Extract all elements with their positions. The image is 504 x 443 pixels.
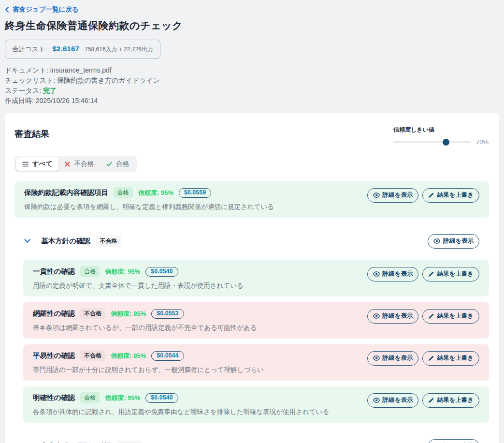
show-details-button[interactable]: 詳細を表示 [367, 309, 419, 324]
group-header-left: 基本方針の確認不合格 [24, 236, 121, 247]
result-title: 一貫性の確認 [33, 267, 75, 276]
override-result-label: 結果を上書き [437, 270, 474, 278]
override-result-label: 結果を上書き [437, 191, 474, 199]
check-icon [106, 162, 112, 167]
pencil-icon [428, 355, 434, 361]
result-description: 各条項が具体的に記載され、用語定義や免責事由など曖昧さを排除した明確な表現が使用… [33, 408, 329, 416]
show-details-button[interactable]: 詳細を表示 [367, 351, 419, 366]
confidence-value: 信頼度: 95% [105, 394, 140, 402]
show-details-button[interactable]: 詳細を表示 [367, 267, 419, 281]
eye-icon [373, 398, 380, 403]
status-badge: 完了 [43, 87, 57, 94]
document-value: insurance_terms.pdf [50, 66, 112, 74]
result-card-body: 一貫性の確認合格信頼度: 95%$0.0540用語の定義が明確で、文書全体で一貫… [33, 266, 244, 290]
result-status-badge: 不合格 [80, 308, 105, 319]
result-group-title: 基本方針の確認 [41, 236, 90, 246]
meta-document: ドキュメント: insurance_terms.pdf [5, 66, 499, 75]
result-group-header: 文章表現の原則の確認不合格詳細を表示 [14, 431, 489, 443]
show-details-button[interactable]: 詳細を表示 [367, 393, 419, 408]
tab-pass-label: 合格 [116, 160, 129, 168]
result-actions: 詳細を表示結果を上書き [367, 309, 479, 324]
show-details-label: 詳細を表示 [383, 270, 413, 278]
override-result-button[interactable]: 結果を上書き [422, 309, 479, 324]
eye-icon [433, 238, 440, 244]
cost-pill: $0.0553 [151, 309, 184, 319]
list-icon [22, 162, 29, 167]
show-details-button[interactable]: 詳細を表示 [428, 439, 479, 443]
override-result-button[interactable]: 結果を上書き [422, 393, 479, 408]
result-card: 平易性の確認不合格信頼度: 85%$0.0544専門用語の一部が十分に説明されて… [23, 344, 489, 381]
result-title: 明確性の確認 [33, 393, 75, 402]
result-title-row: 網羅性の確認不合格信頼度: 85%$0.0553 [33, 308, 257, 319]
tab-pass[interactable]: 合格 [100, 157, 135, 171]
document-label: ドキュメント: [5, 66, 48, 74]
collapse-toggle-button[interactable] [24, 239, 30, 243]
confidence-value: 信頼度: 95% [105, 267, 140, 276]
result-title-row: 保険約款記載内容確認項目合格信頼度: 95%$0.0559 [24, 187, 274, 198]
result-status-badge: 合格 [114, 187, 133, 198]
tab-fail-label: 不合格 [74, 160, 94, 168]
result-card-body: 網羅性の確認不合格信頼度: 85%$0.0553基本条項は網羅されているが、一部… [33, 308, 257, 332]
result-actions: 詳細を表示結果を上書き [367, 393, 479, 408]
tab-all-label: すべて [32, 160, 52, 168]
result-description: 用語の定義が明確で、文書全体で一貫した用語・表現が使用されている [33, 281, 244, 290]
override-result-label: 結果を上書き [437, 396, 474, 404]
result-card-body: 保険約款記載内容確認項目合格信頼度: 95%$0.0559保険約款は必要な条項を… [24, 187, 274, 211]
total-cost-label: 合計コスト: [12, 45, 47, 54]
page-header: 審査ジョブ一覧に戻る 終身生命保険普通保険約款のチェック 合計コスト: $2.6… [0, 0, 504, 105]
meta-checklist: チェックリスト: 保険約款の書き方のガイドライン [5, 76, 499, 85]
result-card: 一貫性の確認合格信頼度: 95%$0.0540用語の定義が明確で、文書全体で一貫… [23, 260, 489, 296]
tab-fail[interactable]: 不合格 [58, 157, 100, 171]
result-status-badge: 不合格 [117, 441, 143, 443]
result-group-header: 基本方針の確認不合格詳細を表示 [14, 226, 489, 255]
review-results-panel: 審査結果 信頼度しきい値 70% すべて 不合格 合格 [5, 113, 499, 443]
back-link[interactable]: 審査ジョブ一覧に戻る [5, 5, 79, 14]
show-details-button[interactable]: 詳細を表示 [428, 234, 479, 249]
created-label: 作成日時: [5, 97, 34, 104]
confidence-threshold-label: 信頼度しきい値 [393, 126, 489, 134]
result-title-row: 一貫性の確認合格信頼度: 95%$0.0540 [33, 266, 244, 277]
override-result-button[interactable]: 結果を上書き [422, 188, 479, 203]
group-actions: 詳細を表示 [428, 234, 479, 249]
result-actions: 詳細を表示結果を上書き [367, 267, 479, 281]
pencil-icon [428, 192, 434, 198]
created-value: 2025/10/26 15:46:14 [36, 97, 98, 104]
eye-icon [373, 271, 380, 277]
back-link-label: 審査ジョブ一覧に戻る [13, 5, 79, 14]
show-details-label: 詳細を表示 [383, 354, 413, 362]
x-icon [65, 162, 70, 167]
total-cost-value: $2.6167 [52, 44, 79, 53]
pencil-icon [428, 271, 434, 277]
confidence-threshold-slider[interactable] [393, 141, 471, 143]
show-details-label: 詳細を表示 [383, 191, 413, 199]
show-details-label: 詳細を表示 [443, 237, 474, 245]
show-details-button[interactable]: 詳細を表示 [367, 188, 419, 203]
panel-header: 審査結果 信頼度しきい値 70% [14, 126, 489, 146]
filter-tabs: すべて 不合格 合格 [14, 156, 137, 172]
override-result-button[interactable]: 結果を上書き [422, 351, 479, 366]
chevron-left-icon [5, 7, 9, 13]
chevron-down-icon [24, 239, 30, 243]
result-title: 保険約款記載内容確認項目 [24, 188, 108, 197]
show-details-label: 詳細を表示 [383, 396, 413, 404]
override-result-button[interactable]: 結果を上書き [422, 267, 479, 281]
page-title: 終身生命保険普通保険約款のチェック [5, 19, 499, 32]
result-description: 基本条項は網羅されているが、一部の用語定義が不完全である可能性がある [33, 324, 257, 332]
meta-created: 作成日時: 2025/10/26 15:46:14 [5, 97, 499, 105]
tab-all[interactable]: すべて [16, 157, 58, 171]
total-cost-tokens: 758,616入力 + 22,726出力 [85, 45, 153, 54]
confidence-threshold: 信頼度しきい値 70% [393, 126, 489, 146]
group-actions: 詳細を表示 [428, 439, 479, 443]
result-status-badge: 不合格 [80, 350, 105, 361]
confidence-value: 信頼度: 85% [111, 310, 146, 318]
pencil-icon [428, 313, 434, 319]
panel-title: 審査結果 [14, 128, 49, 140]
cost-pill: $0.0544 [151, 351, 184, 361]
result-card: 網羅性の確認不合格信頼度: 85%$0.0553基本条項は網羅されているが、一部… [23, 302, 489, 339]
group-header-left: 文章表現の原則の確認不合格 [24, 441, 143, 443]
result-description: 保険約款は必要な条項を網羅し、明確な定義と権利義務関係が適切に規定されている [24, 203, 274, 211]
result-card-body: 明確性の確認合格信頼度: 95%$0.0540各条項が具体的に記載され、用語定義… [33, 392, 329, 416]
result-status-badge: 合格 [80, 392, 100, 403]
eye-icon [373, 192, 380, 198]
cost-pill: $0.0559 [179, 188, 211, 198]
